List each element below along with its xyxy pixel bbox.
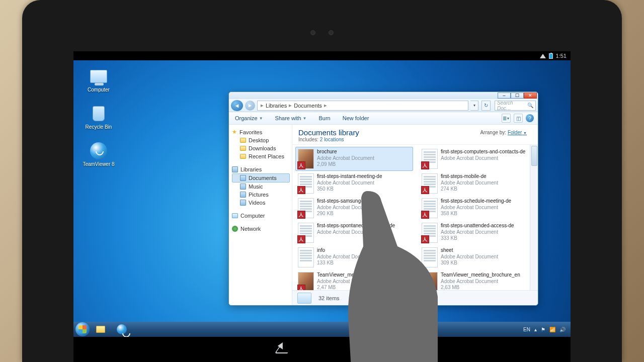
taskbar-pin-explorer[interactable] bbox=[91, 323, 111, 336]
content-pane: Documents library Includes: 2 locations … bbox=[292, 125, 538, 305]
file-list[interactable]: 人brochureAdobe Acrobat Document2,09 MB人f… bbox=[292, 145, 538, 290]
pdf-thumbnail-icon: 人 bbox=[422, 198, 438, 218]
star-icon: ★ bbox=[232, 129, 237, 135]
android-back-button[interactable] bbox=[274, 342, 289, 357]
scrollbar-thumb[interactable] bbox=[531, 146, 537, 166]
pdf-thumbnail-icon: 人 bbox=[422, 223, 438, 243]
file-tile[interactable]: 人TeamViewer_meeting_brochure_deAdobe Acr… bbox=[295, 270, 413, 290]
folder-icon bbox=[96, 326, 105, 333]
document-thumbnail-icon bbox=[298, 247, 314, 267]
includes-label: Includes: bbox=[298, 137, 318, 142]
remote-windows-desktop[interactable]: Computer Recycle Bin TeamViewer 8 – ☐ ✕ bbox=[73, 60, 571, 337]
teamviewer-icon bbox=[90, 142, 107, 159]
breadcrumb-item[interactable]: Documents bbox=[294, 103, 322, 109]
home-icon bbox=[357, 346, 368, 353]
start-button[interactable] bbox=[75, 322, 90, 336]
new-folder-button[interactable]: New folder bbox=[337, 112, 375, 124]
file-tile[interactable]: 人TeamViewer_meeting_brochure_enAdobe Acr… bbox=[419, 270, 537, 290]
nav-forward-button[interactable]: ► bbox=[245, 101, 255, 111]
share-with-button[interactable]: Share with▼ bbox=[269, 112, 313, 124]
file-type: Adobe Acrobat Document bbox=[317, 155, 374, 162]
file-tile[interactable]: 人first-steps-spontaneous-support-deAdobe… bbox=[295, 221, 413, 245]
address-dropdown-button[interactable]: ▾ bbox=[470, 101, 478, 111]
file-size: 350 KB bbox=[317, 186, 382, 193]
close-button[interactable]: ✕ bbox=[524, 93, 537, 99]
library-icon bbox=[240, 192, 246, 198]
file-tile[interactable]: infoAdobe Acrobat Document133 KB bbox=[295, 245, 413, 269]
desktop-icon-recycle-bin[interactable]: Recycle Bin bbox=[80, 105, 117, 130]
explorer-window[interactable]: – ☐ ✕ ◄ ► ▸ Libraries ▸ Documents ▸ ▾ ↻ bbox=[228, 92, 538, 306]
nav-item-music[interactable]: Music bbox=[232, 183, 292, 191]
search-icon: 🔍 bbox=[527, 103, 533, 108]
file-tile[interactable]: 人first-steps-schedule-meeting-deAdobe Ac… bbox=[419, 196, 537, 220]
scrollbar[interactable] bbox=[530, 145, 538, 290]
file-tile[interactable]: 人brochureAdobe Acrobat Document2,09 MB bbox=[295, 147, 413, 171]
search-input[interactable]: Search Doc… 🔍 bbox=[495, 101, 536, 111]
action-center-icon[interactable]: ⚑ bbox=[541, 327, 545, 332]
preview-pane-button[interactable]: ◫ bbox=[514, 114, 523, 123]
view-options-button[interactable]: ≣▼ bbox=[502, 114, 511, 123]
maximize-button[interactable]: ☐ bbox=[511, 93, 524, 99]
file-type: Adobe Acrobat Document bbox=[441, 155, 525, 162]
file-tile[interactable]: 人first-steps-unattended-access-deAdobe A… bbox=[419, 221, 537, 245]
nav-network-header[interactable]: Network bbox=[232, 225, 292, 233]
library-icon bbox=[240, 200, 246, 206]
file-tile[interactable]: 人first-steps-instant-meeting-deAdobe Acr… bbox=[295, 171, 413, 196]
pdf-thumbnail-icon: 人 bbox=[298, 223, 314, 243]
file-tile[interactable]: 人first-steps-samsung-app-deAdobe Acrobat… bbox=[295, 196, 413, 220]
file-type: Adobe Acrobat Document bbox=[441, 229, 514, 236]
library-header: Documents library Includes: 2 locations … bbox=[292, 125, 538, 145]
network-tray-icon[interactable]: 📶 bbox=[549, 327, 555, 332]
wifi-icon bbox=[540, 54, 546, 58]
nav-favorites-header[interactable]: ★Favorites bbox=[232, 128, 292, 136]
nav-computer-header[interactable]: Computer bbox=[232, 212, 292, 220]
language-indicator[interactable]: EN bbox=[523, 327, 530, 332]
file-size: 274 KB bbox=[441, 186, 498, 193]
pdf-photo-thumbnail-icon: 人 bbox=[298, 272, 314, 290]
burn-button[interactable]: Burn bbox=[312, 112, 336, 124]
file-name: sheet bbox=[441, 247, 498, 254]
search-placeholder: Search Doc… bbox=[497, 100, 526, 111]
windows-taskbar[interactable]: EN ▴ ⚑ 📶 🔊 bbox=[73, 322, 571, 337]
tablet-camera bbox=[310, 30, 334, 35]
nav-libraries-header[interactable]: Libraries bbox=[232, 165, 292, 173]
computer-icon bbox=[90, 70, 107, 83]
nav-item-pictures[interactable]: Pictures bbox=[232, 191, 292, 199]
back-icon bbox=[274, 345, 293, 353]
tray-chevron-icon[interactable]: ▴ bbox=[534, 327, 537, 332]
nav-item-desktop[interactable]: Desktop bbox=[232, 136, 292, 144]
file-name: brochure bbox=[317, 149, 374, 155]
nav-item-videos[interactable]: Videos bbox=[232, 199, 292, 207]
nav-item-downloads[interactable]: Downloads bbox=[232, 144, 292, 152]
address-bar[interactable]: ▸ Libraries ▸ Documents ▸ bbox=[257, 101, 468, 111]
window-title-bar[interactable]: – ☐ ✕ bbox=[229, 92, 538, 99]
includes-locations-link[interactable]: 2 locations bbox=[320, 137, 344, 142]
android-home-button[interactable] bbox=[355, 342, 370, 357]
refresh-button[interactable]: ↻ bbox=[481, 101, 491, 111]
arrange-by-dropdown[interactable]: Folder ▼ bbox=[508, 130, 527, 135]
desktop-icon-computer[interactable]: Computer bbox=[80, 67, 117, 93]
file-name: first-steps-schedule-meeting-de bbox=[441, 198, 511, 205]
minimize-button[interactable]: – bbox=[498, 93, 511, 99]
file-tile[interactable]: 人first-steps-computers-and-contacts-deAd… bbox=[419, 147, 537, 171]
file-tile[interactable]: sheetAdobe Acrobat Document309 KB bbox=[419, 245, 537, 269]
breadcrumb-item[interactable]: Libraries bbox=[266, 103, 287, 109]
tablet-screen: 1:51 Computer Recycle Bin TeamViewer 8 bbox=[73, 51, 571, 362]
organize-button[interactable]: Organize▼ bbox=[229, 112, 269, 124]
library-icon bbox=[240, 175, 246, 181]
volume-icon[interactable]: 🔊 bbox=[559, 327, 566, 332]
file-size: 133 KB bbox=[317, 260, 374, 266]
file-type: Adobe Acrobat Document bbox=[317, 254, 374, 260]
nav-item-documents[interactable]: Documents bbox=[232, 173, 290, 183]
taskbar-pin-teamviewer[interactable] bbox=[112, 323, 132, 336]
file-name: first-steps-spontaneous-support-de bbox=[317, 223, 395, 229]
nav-back-button[interactable]: ◄ bbox=[231, 100, 243, 111]
desktop-icon-teamviewer[interactable]: TeamViewer 8 bbox=[80, 142, 117, 167]
file-name: TeamViewer_meeting_brochure_en bbox=[441, 272, 520, 279]
help-button[interactable]: ? bbox=[526, 114, 534, 122]
folder-icon bbox=[240, 138, 246, 143]
system-tray[interactable]: EN ▴ ⚑ 📶 🔊 bbox=[523, 327, 569, 332]
android-nav-bar bbox=[73, 337, 571, 362]
nav-item-recent-places[interactable]: Recent Places bbox=[232, 152, 292, 160]
file-tile[interactable]: 人first-steps-mobile-deAdobe Acrobat Docu… bbox=[419, 171, 537, 196]
